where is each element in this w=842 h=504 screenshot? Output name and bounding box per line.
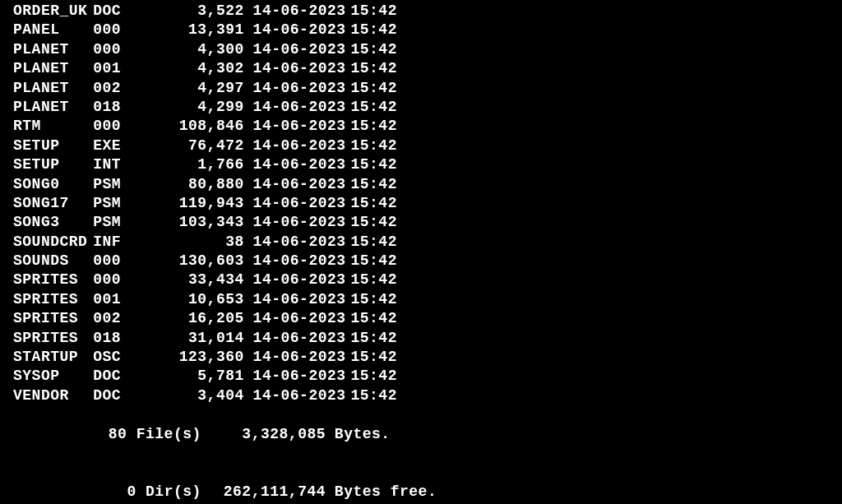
file-row: STARTUPOSC123,360 14-06-2023 15:42 (13, 348, 829, 367)
file-row: SOUNDS000130,603 14-06-2023 15:42 (13, 252, 829, 270)
file-date: 14-06-2023 (253, 2, 342, 21)
file-time: 15:42 (350, 175, 395, 194)
file-name: PLANET (13, 40, 93, 59)
file-time: 15:42 (350, 2, 395, 21)
file-name: SONG0 (13, 175, 93, 194)
file-date: 14-06-2023 (253, 79, 342, 98)
file-row: SOUNDCRDINF38 14-06-2023 15:42 (13, 233, 829, 252)
file-size: 4,302 (120, 59, 244, 78)
file-size: 119,943 (120, 194, 244, 213)
file-ext: DOC (93, 367, 119, 386)
file-ext: INF (93, 233, 119, 252)
file-date: 14-06-2023 (253, 270, 342, 289)
file-date: 14-06-2023 (253, 309, 342, 328)
file-name: SPRITES (13, 329, 93, 348)
file-date: 14-06-2023 (253, 98, 342, 117)
file-time: 15:42 (350, 40, 395, 59)
file-date: 14-06-2023 (253, 213, 342, 232)
file-row: VENDORDOC3,404 14-06-2023 15:42 (13, 386, 829, 405)
file-name: ORDER_UK (13, 2, 93, 21)
file-name: VENDOR (13, 386, 93, 405)
file-row: PLANET0024,297 14-06-2023 15:42 (13, 79, 829, 98)
file-date: 14-06-2023 (253, 136, 342, 155)
file-size: 33,434 (120, 270, 244, 289)
file-name: SETUP (13, 136, 93, 155)
file-date: 14-06-2023 (253, 252, 342, 270)
total-bytes: 3,328,085 (201, 425, 326, 444)
file-size: 3,404 (120, 386, 244, 405)
file-size: 38 (120, 233, 244, 252)
file-ext: 002 (93, 79, 119, 98)
file-name: SYSOP (13, 367, 93, 386)
file-row: SPRITES00216,205 14-06-2023 15:42 (13, 309, 829, 328)
file-size: 123,360 (120, 348, 244, 367)
file-time: 15:42 (350, 59, 395, 78)
file-size: 5,781 (120, 367, 244, 386)
file-date: 14-06-2023 (253, 117, 342, 136)
file-row: SPRITES01831,014 14-06-2023 15:42 (13, 329, 829, 348)
file-date: 14-06-2023 (253, 233, 342, 252)
file-ext: PSM (93, 175, 119, 194)
file-row: SONG0PSM80,880 14-06-2023 15:42 (13, 175, 829, 194)
file-name: SONG17 (13, 194, 93, 213)
file-time: 15:42 (350, 79, 395, 98)
file-row: SETUPINT1,766 14-06-2023 15:42 (13, 155, 829, 174)
bytes-free-label: Bytes free. (335, 483, 437, 500)
file-size: 130,603 (120, 252, 244, 270)
file-name: PANEL (13, 21, 93, 39)
file-ext: 000 (93, 270, 119, 289)
file-name: SETUP (13, 155, 93, 174)
file-size: 4,300 (120, 40, 244, 59)
file-date: 14-06-2023 (253, 40, 342, 59)
file-date: 14-06-2023 (253, 194, 342, 213)
file-ext: 000 (93, 40, 119, 59)
terminal-output: ORDER_UKDOC3,522 14-06-2023 15:42PANEL00… (0, 0, 842, 504)
file-time: 15:42 (350, 136, 395, 155)
file-date: 14-06-2023 (253, 329, 342, 348)
file-ext: 001 (93, 290, 119, 309)
file-date: 14-06-2023 (253, 175, 342, 194)
file-ext: 018 (93, 98, 119, 117)
file-name: STARTUP (13, 348, 93, 367)
file-row: SONG3PSM103,343 14-06-2023 15:42 (13, 213, 829, 232)
file-size: 108,846 (120, 117, 244, 136)
summary-dirs: 0 Dir(s)262,111,744 Bytes free. (13, 463, 829, 504)
file-time: 15:42 (350, 329, 395, 348)
file-size: 4,299 (120, 98, 244, 117)
file-size: 4,297 (120, 79, 244, 98)
file-listing: ORDER_UKDOC3,522 14-06-2023 15:42PANEL00… (13, 2, 829, 405)
file-ext: PSM (93, 194, 119, 213)
file-date: 14-06-2023 (253, 367, 342, 386)
file-date: 14-06-2023 (253, 290, 342, 309)
file-row: SYSOPDOC5,781 14-06-2023 15:42 (13, 367, 829, 386)
file-date: 14-06-2023 (253, 59, 342, 78)
file-size: 3,522 (120, 2, 244, 21)
file-name: SOUNDS (13, 252, 93, 270)
file-name: SPRITES (13, 270, 93, 289)
file-time: 15:42 (350, 194, 395, 213)
file-ext: 000 (93, 252, 119, 270)
file-row: PLANET0014,302 14-06-2023 15:42 (13, 59, 829, 78)
file-size: 10,653 (120, 290, 244, 309)
file-ext: 018 (93, 329, 119, 348)
file-time: 15:42 (350, 348, 395, 367)
file-time: 15:42 (350, 117, 395, 136)
file-ext: PSM (93, 213, 119, 232)
file-size: 103,343 (120, 213, 244, 232)
file-row: SONG17PSM119,943 14-06-2023 15:42 (13, 194, 829, 213)
file-name: SOUNDCRD (13, 233, 93, 252)
file-time: 15:42 (350, 309, 395, 328)
file-time: 15:42 (350, 98, 395, 117)
file-ext: DOC (93, 2, 119, 21)
file-name: SONG3 (13, 213, 93, 232)
file-time: 15:42 (350, 386, 395, 405)
summary-files: 80 File(s)3,328,085 Bytes. (13, 405, 829, 463)
file-row: PLANET0004,300 14-06-2023 15:42 (13, 40, 829, 59)
file-time: 15:42 (350, 233, 395, 252)
file-row: SPRITES00110,653 14-06-2023 15:42 (13, 290, 829, 309)
file-size: 80,880 (120, 175, 244, 194)
file-count: 80 File(s) (50, 425, 201, 444)
file-name: PLANET (13, 79, 93, 98)
file-size: 13,391 (120, 21, 244, 39)
file-size: 31,014 (120, 329, 244, 348)
